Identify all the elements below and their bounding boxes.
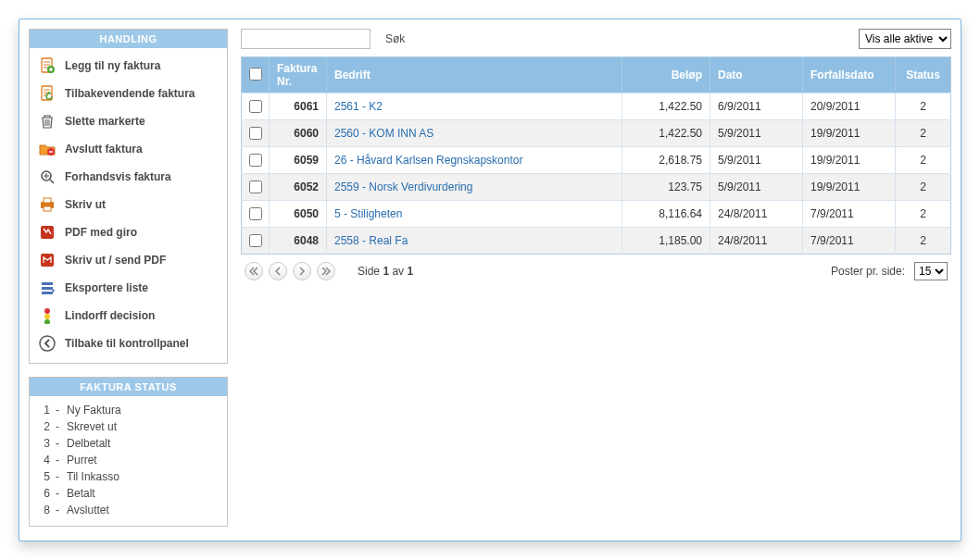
header-bedrift[interactable]: Bedrift [327,57,622,93]
svg-point-11 [44,314,50,319]
svg-rect-7 [44,206,51,211]
filter-select[interactable]: Vis alle aktive [859,29,951,49]
action-label: Legg til ny faktura [65,59,160,72]
action-label: Tilbake til kontrollpanel [65,337,189,350]
app-window: HANDLING Legg til ny faktura Tilbakevend… [19,19,961,541]
action-print-send-pdf[interactable]: Skriv ut / send PDF [37,246,220,274]
action-pdf-giro[interactable]: PDF med giro [37,218,220,246]
pdf-send-icon [39,252,56,268]
action-lindorff-decision[interactable]: Lindorff decision [37,302,220,330]
status-list: 1-Ny Faktura 2-Skrevet ut 3-Delbetalt 4-… [30,396,227,526]
action-label: Eksportere liste [65,281,148,294]
row-checkbox[interactable] [249,154,262,167]
cell-status: 2 [896,93,951,120]
cell-status: 2 [896,174,951,201]
cell-forfallsdato: 19/9/2011 [803,174,896,201]
action-print[interactable]: Skriv ut [37,191,220,218]
row-checkbox[interactable] [249,127,262,140]
cell-forfallsdato: 7/9/2011 [803,228,896,255]
table-header-row: Faktura Nr. Bedrift Beløp Dato Forfallsd… [242,57,951,93]
search-input[interactable] [241,29,371,49]
action-delete-selected[interactable]: Slette markerte [37,107,220,135]
status-row: 3-Delbetalt [39,435,218,452]
search-button[interactable]: Søk [378,31,412,47]
row-checkbox[interactable] [249,180,262,193]
pager-last-button[interactable] [317,262,335,280]
per-page-select[interactable]: 15 [914,262,948,280]
header-status[interactable]: Status [896,57,951,93]
header-belop[interactable]: Beløp [622,57,710,93]
action-label: Forhandsvis faktura [65,170,171,183]
cell-faktura-nr: 6059 [270,147,327,174]
pager-prev-button[interactable] [269,262,287,280]
row-checkbox[interactable] [249,207,262,220]
cell-belop: 1,185.00 [622,228,710,255]
cell-belop: 8,116.64 [622,201,710,228]
cell-belop: 1,422.50 [622,93,710,120]
pager-page-text: Side 1 av 1 [358,265,413,278]
preview-icon [39,168,56,185]
cell-forfallsdato: 20/9/2011 [803,93,896,120]
action-label: Slette markerte [65,115,145,128]
status-row: 4-Purret [39,452,218,468]
cell-status: 2 [896,201,951,228]
status-row: 2-Skrevet ut [39,418,218,435]
status-row: 8-Avsluttet [39,502,218,518]
svg-rect-8 [41,226,54,239]
action-export-list[interactable]: Eksportere liste [37,274,220,302]
action-label: Skriv ut / send PDF [65,254,166,267]
actions-panel-header: HANDLING [30,30,227,48]
bedrift-link[interactable]: 2558 - Real Fa [334,234,408,247]
print-icon [39,196,56,213]
row-checkbox-cell[interactable] [242,147,270,174]
svg-point-10 [44,308,50,314]
header-check-all[interactable] [242,57,270,93]
row-checkbox-cell[interactable] [242,228,270,255]
recurring-invoice-icon [39,85,56,102]
delete-icon [39,113,56,130]
check-all-checkbox[interactable] [249,68,262,81]
cell-belop: 1,422.50 [622,120,710,147]
bedrift-link[interactable]: 26 - Håvard Karlsen Regnskapskontor [334,154,522,167]
cell-belop: 2,618.75 [622,147,710,174]
bedrift-link[interactable]: 2561 - K2 [334,100,383,113]
action-back-controlpanel[interactable]: Tilbake til kontrollpanel [37,330,220,357]
row-checkbox-cell[interactable] [242,174,270,201]
action-recurring-invoice[interactable]: Tilbakevendende faktura [37,80,220,107]
actions-panel: HANDLING Legg til ny faktura Tilbakevend… [29,29,228,364]
cell-dato: 6/9/2011 [710,93,803,120]
status-row: 5-Til Inkasso [39,468,218,485]
actions-list: Legg til ny faktura Tilbakevendende fakt… [30,48,227,363]
back-icon [39,335,56,352]
cell-faktura-nr: 6048 [270,228,327,255]
header-forfallsdato[interactable]: Forfallsdato [803,57,896,93]
bedrift-link[interactable]: 2559 - Norsk Verdivurdering [334,180,472,193]
row-checkbox-cell[interactable] [242,201,270,228]
pager-next-button[interactable] [293,262,311,280]
pager: Side 1 av 1 Poster pr. side: 15 [241,255,951,280]
header-dato[interactable]: Dato [710,57,803,93]
row-checkbox[interactable] [249,234,262,247]
table-row: 605926 - Håvard Karlsen Regnskapskontor2… [242,147,951,174]
invoice-table-body: 60612561 - K21,422.506/9/201120/9/201126… [242,93,951,255]
cell-bedrift: 5 - Stiligheten [327,201,622,228]
action-add-invoice[interactable]: Legg til ny faktura [37,52,220,80]
pager-first-button[interactable] [245,262,263,280]
bedrift-link[interactable]: 2560 - KOM INN AS [334,127,433,140]
header-faktura-nr[interactable]: Faktura Nr. [270,57,327,93]
row-checkbox[interactable] [249,100,262,113]
table-row: 60482558 - Real Fa1,185.0024/8/20117/9/2… [242,228,951,255]
action-label: Lindorff decision [65,309,155,322]
cell-bedrift: 2561 - K2 [327,93,622,120]
svg-point-13 [40,336,55,351]
bedrift-link[interactable]: 5 - Stiligheten [334,207,402,220]
row-checkbox-cell[interactable] [242,93,270,120]
action-preview-invoice[interactable]: Forhandsvis faktura [37,163,220,191]
row-checkbox-cell[interactable] [242,120,270,147]
action-label: Tilbakevendende faktura [65,87,195,100]
cell-faktura-nr: 6060 [270,120,327,147]
cell-status: 2 [896,147,951,174]
action-label: Skriv ut [65,198,106,211]
action-close-invoice[interactable]: Avslutt faktura [37,135,220,163]
table-row: 60505 - Stiligheten8,116.6424/8/20117/9/… [242,201,951,228]
